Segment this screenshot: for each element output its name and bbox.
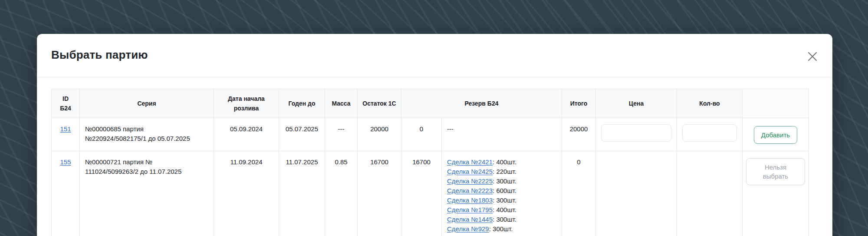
deal-line: Сделка №2425: 220шт. bbox=[447, 167, 556, 176]
modal-header: Выбрать партию bbox=[37, 34, 832, 77]
reserve-count-cell: 16700 bbox=[401, 151, 442, 236]
header-id-b24: ID Б24 bbox=[52, 89, 80, 118]
price-cell bbox=[596, 151, 677, 236]
id-cell: 151 bbox=[52, 118, 80, 151]
header-mass: Масса bbox=[325, 89, 358, 118]
batch-id-link[interactable]: 155 bbox=[60, 158, 71, 166]
mass-cell: 0.85 bbox=[325, 151, 358, 236]
deal-link[interactable]: Сделка №1803 bbox=[447, 196, 493, 204]
total-cell: 0 bbox=[562, 151, 596, 236]
deal-qty: : 300шт. bbox=[493, 196, 516, 204]
price-cell bbox=[596, 118, 677, 151]
id-cell: 155 bbox=[52, 151, 80, 236]
batch-table: ID Б24 Серия Дата начала розлива Годен д… bbox=[51, 89, 809, 236]
header-qty: Кол-во bbox=[677, 89, 743, 118]
header-reserve-b24: Резерв Б24 bbox=[401, 89, 562, 118]
add-button[interactable]: Добавить bbox=[754, 126, 797, 144]
price-input[interactable] bbox=[601, 124, 671, 142]
header-price: Цена bbox=[596, 89, 677, 118]
deal-qty: : 220шт. bbox=[493, 168, 516, 175]
action-cell: Нельзя выбрать bbox=[743, 151, 809, 236]
fill-date-cell: 11.09.2024 bbox=[214, 151, 279, 236]
deal-line: Сделка №929: 300шт. bbox=[447, 224, 556, 234]
deal-link[interactable]: Сделка №2225 bbox=[447, 177, 493, 185]
table-header-row: ID Б24 Серия Дата начала розлива Годен д… bbox=[52, 89, 809, 118]
mass-cell: --- bbox=[325, 118, 358, 151]
fill-date-cell: 05.09.2024 bbox=[214, 118, 279, 151]
batch-id-link[interactable]: 151 bbox=[60, 125, 71, 133]
modal-title: Выбрать партию bbox=[51, 47, 818, 63]
header-total: Итого bbox=[562, 89, 596, 118]
seria-text: №00000685 партия №220924/5082175/1 до 05… bbox=[85, 124, 203, 143]
header-expiry: Годен до bbox=[279, 89, 325, 118]
batch-table-wrap: ID Б24 Серия Дата начала розлива Годен д… bbox=[51, 89, 809, 236]
reserve-count-cell: 0 bbox=[401, 118, 442, 151]
deal-line: Сделка №2225: 300шт. bbox=[447, 176, 556, 186]
deal-qty: : 300шт. bbox=[489, 225, 513, 233]
cannot-select-button[interactable]: Нельзя выбрать bbox=[746, 158, 805, 185]
header-actions bbox=[743, 89, 809, 118]
seria-cell: №00000685 партия №220924/5082175/1 до 05… bbox=[80, 118, 214, 151]
deal-qty: : 400шт. bbox=[493, 206, 516, 213]
table-row-155: 155 №00000721 партия № 111024/5099263/2 … bbox=[52, 151, 809, 236]
header-remainder-1c: Остаток 1С bbox=[358, 89, 401, 118]
table-row-151: 151 №00000685 партия №220924/5082175/1 д… bbox=[52, 118, 809, 151]
seria-cell: №00000721 партия № 111024/5099263/2 до 1… bbox=[80, 151, 214, 236]
header-seria: Серия bbox=[80, 89, 214, 118]
deal-link[interactable]: Сделка №2425 bbox=[447, 168, 493, 175]
deal-line: Сделка №2223: 600шт. bbox=[447, 186, 556, 196]
deal-link[interactable]: Сделка №2421 bbox=[447, 158, 493, 166]
deal-link[interactable]: Сделка №1795 bbox=[447, 206, 493, 213]
deal-qty: : 600шт. bbox=[493, 187, 516, 194]
deals-list: Сделка №2421: 400шт.Сделка №2425: 220шт.… bbox=[447, 157, 556, 234]
total-cell: 20000 bbox=[562, 118, 596, 151]
deal-line: Сделка №2421: 400шт. bbox=[447, 157, 556, 167]
header-fill-date: Дата начала розлива bbox=[214, 89, 279, 118]
qty-input[interactable] bbox=[682, 124, 737, 142]
deal-line: Сделка №1803: 300шт. bbox=[447, 196, 556, 205]
expiry-cell: 11.07.2025 bbox=[279, 151, 325, 236]
deal-link[interactable]: Сделка №2223 bbox=[447, 187, 493, 194]
deal-link[interactable]: Сделка №1445 bbox=[447, 216, 493, 223]
deal-line: Сделка №1445: 300шт. bbox=[447, 215, 556, 224]
reserve-details-cell: --- bbox=[442, 118, 562, 151]
close-icon bbox=[807, 51, 818, 62]
qty-cell bbox=[677, 118, 743, 151]
deal-qty: : 400шт. bbox=[493, 158, 516, 166]
reserve-details-cell: Сделка №2421: 400шт.Сделка №2425: 220шт.… bbox=[442, 151, 562, 236]
expiry-cell: 05.07.2025 bbox=[279, 118, 325, 151]
remainder-1c-cell: 20000 bbox=[358, 118, 401, 151]
deal-line: Сделка №1795: 400шт. bbox=[447, 205, 556, 215]
action-cell: Добавить bbox=[743, 118, 809, 151]
deal-link[interactable]: Сделка №929 bbox=[447, 225, 489, 233]
qty-cell bbox=[677, 151, 743, 236]
select-batch-modal: Выбрать партию ID Б24 Серия Дата начала … bbox=[37, 34, 832, 236]
deal-qty: : 300шт. bbox=[493, 177, 516, 185]
remainder-1c-cell: 16700 bbox=[358, 151, 401, 236]
seria-text: №00000721 партия № 111024/5099263/2 до 1… bbox=[85, 157, 203, 176]
close-button[interactable] bbox=[806, 50, 819, 63]
deal-qty: : 300шт. bbox=[493, 216, 516, 223]
